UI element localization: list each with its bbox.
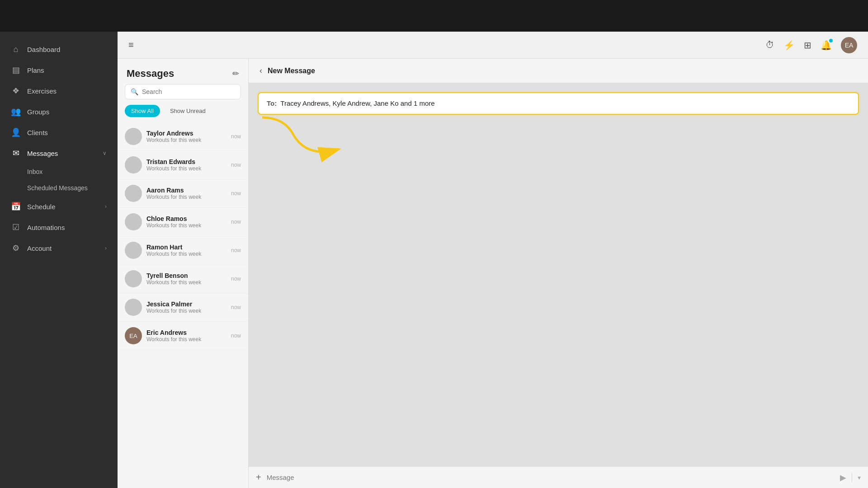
- to-label: To:: [267, 99, 277, 107]
- bell-icon[interactable]: 🔔: [821, 40, 832, 51]
- sidebar-item-label: Schedule: [27, 203, 56, 211]
- content-area: ≡ ⏱ ⚡ ⊞ 🔔 EA Messages ✏: [118, 32, 868, 488]
- dropdown-icon[interactable]: ▾: [858, 474, 861, 481]
- recipients-text: Tracey Andrews, Kyle Andrew, Jane Ko and…: [280, 99, 434, 107]
- msg-avatar: [125, 185, 142, 202]
- message-item[interactable]: Tyrell BensonWorkouts for this weeknow: [118, 265, 248, 293]
- msg-avatar: EA: [125, 327, 142, 344]
- compose-divider: [852, 473, 852, 482]
- search-bar[interactable]: 🔍: [125, 84, 241, 99]
- back-button[interactable]: ‹: [259, 66, 262, 75]
- account-icon: ⚙: [11, 243, 21, 253]
- sidebar-item-label: Messages: [27, 150, 58, 157]
- search-icon: 🔍: [131, 88, 138, 95]
- sidebar-item-label: Clients: [27, 129, 48, 136]
- messages-header: Messages ✏: [118, 59, 248, 84]
- messages-list: Taylor AndrewsWorkouts for this weeknowT…: [118, 122, 248, 488]
- show-unread-tab[interactable]: Show Unread: [164, 105, 212, 117]
- lightning-icon[interactable]: ⚡: [783, 40, 795, 51]
- top-bar: [0, 0, 868, 32]
- msg-preview: Workouts for this week: [146, 222, 226, 229]
- msg-time: now: [231, 247, 241, 253]
- sidebar-item-dashboard[interactable]: ⌂ Dashboard: [0, 39, 118, 60]
- message-item[interactable]: Jessica PalmerWorkouts for this weeknow: [118, 293, 248, 322]
- header-icons: ⏱ ⚡ ⊞ 🔔 EA: [765, 37, 857, 53]
- sidebar-item-groups[interactable]: 👥 Groups: [0, 101, 118, 122]
- messages-sidebar: Messages ✏ 🔍 Show All Show Unread Taylor…: [118, 59, 249, 488]
- messages-icon: ✉: [11, 148, 21, 158]
- chevron-right-icon: ›: [105, 245, 107, 251]
- sidebar-item-messages[interactable]: ✉ Messages ∨: [0, 143, 118, 164]
- filter-tabs: Show All Show Unread: [118, 105, 248, 122]
- chevron-down-icon: ∨: [103, 150, 107, 156]
- msg-content: Tyrell BensonWorkouts for this week: [146, 272, 226, 286]
- sidebar-item-label: Exercises: [27, 87, 57, 95]
- msg-time: now: [231, 190, 241, 197]
- msg-preview: Workouts for this week: [146, 251, 226, 257]
- message-panel: ‹ New Message To: Tracey Andrews, Kyle A…: [249, 59, 868, 488]
- sidebar-item-automations[interactable]: ☑ Automations: [0, 217, 118, 238]
- message-item[interactable]: Ramon HartWorkouts for this weeknow: [118, 236, 248, 265]
- msg-name: Eric Andrews: [146, 329, 226, 336]
- plans-icon: ▤: [11, 65, 21, 75]
- sidebar-item-plans[interactable]: ▤ Plans: [0, 60, 118, 80]
- sidebar-item-clients[interactable]: 👤 Clients: [0, 122, 118, 143]
- sidebar-sub-label: Inbox: [27, 168, 42, 175]
- sidebar-item-label: Dashboard: [27, 46, 60, 53]
- hamburger-button[interactable]: ≡: [128, 40, 134, 50]
- msg-name: Ramon Hart: [146, 244, 226, 251]
- message-item[interactable]: Tristan EdwardsWorkouts for this weeknow: [118, 151, 248, 179]
- message-item[interactable]: Chloe RamosWorkouts for this weeknow: [118, 208, 248, 236]
- show-all-tab[interactable]: Show All: [125, 105, 160, 117]
- msg-content: Ramon HartWorkouts for this week: [146, 244, 226, 257]
- sidebar-nav: ⌂ Dashboard ▤ Plans ❖ Exercises 👥 Groups…: [0, 32, 118, 488]
- msg-time: now: [231, 162, 241, 168]
- new-message-title: New Message: [268, 67, 315, 75]
- messages-title: Messages: [127, 68, 174, 80]
- msg-time: now: [231, 276, 241, 282]
- msg-content: Chloe RamosWorkouts for this week: [146, 215, 226, 229]
- sidebar-sub-label: Scheduled Messages: [27, 184, 88, 192]
- sidebar-item-exercises[interactable]: ❖ Exercises: [0, 80, 118, 101]
- sidebar-item-label: Account: [27, 244, 52, 252]
- sidebar-item-schedule[interactable]: 📅 Schedule ›: [0, 196, 118, 217]
- clients-icon: 👤: [11, 127, 21, 137]
- sidebar-item-label: Automations: [27, 224, 65, 231]
- sidebar-item-inbox[interactable]: Inbox: [0, 164, 118, 180]
- msg-avatar: [125, 213, 142, 230]
- chevron-right-icon: ›: [105, 203, 107, 210]
- msg-avatar: [125, 299, 142, 316]
- compose-message-input[interactable]: [267, 474, 835, 481]
- msg-name: Tyrell Benson: [146, 272, 226, 279]
- compose-icon[interactable]: ✏: [232, 69, 239, 79]
- sidebar-item-label: Plans: [27, 66, 44, 74]
- message-item[interactable]: EAEric AndrewsWorkouts for this weeknow: [118, 322, 248, 350]
- msg-content: Taylor AndrewsWorkouts for this week: [146, 130, 226, 143]
- avatar[interactable]: EA: [841, 37, 857, 53]
- exercises-icon: ❖: [11, 86, 21, 96]
- history-icon[interactable]: ⏱: [765, 40, 774, 50]
- msg-time: now: [231, 219, 241, 225]
- grid-icon[interactable]: ⊞: [804, 40, 811, 51]
- msg-avatar: [125, 156, 142, 174]
- sidebar: ⌂ Dashboard ▤ Plans ❖ Exercises 👥 Groups…: [0, 32, 118, 488]
- send-icon[interactable]: ▶: [840, 473, 846, 483]
- to-field-text: To: Tracey Andrews, Kyle Andrew, Jane Ko…: [267, 99, 435, 107]
- automations-icon: ☑: [11, 222, 21, 232]
- sidebar-item-scheduled-messages[interactable]: Scheduled Messages: [0, 180, 118, 196]
- sidebar-item-account[interactable]: ⚙ Account ›: [0, 238, 118, 258]
- message-item[interactable]: Aaron RamsWorkouts for this weeknow: [118, 179, 248, 208]
- msg-preview: Workouts for this week: [146, 165, 226, 172]
- msg-preview: Workouts for this week: [146, 137, 226, 143]
- notification-dot: [829, 39, 833, 42]
- to-field-container[interactable]: To: Tracey Andrews, Kyle Andrew, Jane Ko…: [258, 92, 859, 115]
- msg-name: Jessica Palmer: [146, 300, 226, 308]
- search-input[interactable]: [142, 88, 235, 95]
- compose-plus-icon[interactable]: +: [256, 472, 261, 483]
- schedule-icon: 📅: [11, 202, 21, 211]
- message-item[interactable]: Taylor AndrewsWorkouts for this weeknow: [118, 122, 248, 151]
- msg-avatar: [125, 242, 142, 259]
- message-panel-header: ‹ New Message: [249, 59, 868, 83]
- message-panel-body: To: Tracey Andrews, Kyle Andrew, Jane Ko…: [249, 83, 868, 466]
- app-header: ≡ ⏱ ⚡ ⊞ 🔔 EA: [118, 32, 868, 59]
